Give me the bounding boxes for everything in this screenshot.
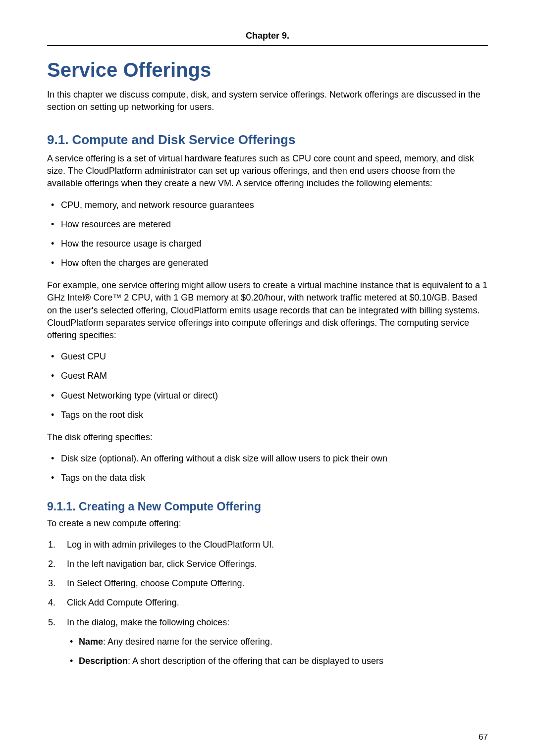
list-item: CPU, memory, and network resource guaran…	[47, 199, 488, 211]
footer-rule	[47, 730, 488, 730]
field-description-text: : A short description of the offering th…	[128, 656, 383, 666]
list-item: How the resource usage is charged	[47, 238, 488, 250]
section-9-1-p2: For example, one service offering might …	[47, 279, 488, 342]
sub-item: Description: A short description of the …	[67, 655, 488, 667]
list-item: Guest CPU	[47, 351, 488, 363]
list-item: Tags on the data disk	[47, 472, 488, 484]
step-item: Log in with admin privileges to the Clou…	[47, 539, 488, 551]
list-item: Disk size (optional). An offering withou…	[47, 453, 488, 465]
step-5-text: In the dialog, make the following choice…	[67, 617, 229, 627]
page-number: 67	[479, 731, 488, 743]
field-name-label: Name	[79, 637, 103, 647]
section-9-1-heading: 9.1. Compute and Disk Service Offerings	[47, 131, 488, 149]
list-item: How often the charges are generated	[47, 257, 488, 269]
compute-offering-list: Guest CPU Guest RAM Guest Networking typ…	[47, 351, 488, 421]
intro-paragraph: In this chapter we discuss compute, disk…	[47, 89, 488, 113]
step-item: In the left navigation bar, click Servic…	[47, 558, 488, 570]
section-9-1-1-heading: 9.1.1. Creating a New Compute Offering	[47, 499, 488, 514]
elements-list: CPU, memory, and network resource guaran…	[47, 199, 488, 270]
list-item: How resources are metered	[47, 218, 488, 231]
list-item: Tags on the root disk	[47, 409, 488, 421]
page-title: Service Offerings	[47, 56, 488, 84]
chapter-header: Chapter 9.	[47, 30, 488, 46]
section-9-1-1-p1: To create a new compute offering:	[47, 517, 488, 530]
list-item: Guest Networking type (virtual or direct…	[47, 390, 488, 402]
step-item: In the dialog, make the following choice…	[47, 616, 488, 668]
step-item: In Select Offering, choose Compute Offer…	[47, 577, 488, 590]
disk-offering-list: Disk size (optional). An offering withou…	[47, 453, 488, 484]
dialog-choices-list: Name: Any desired name for the service o…	[67, 636, 488, 667]
section-9-1-p3: The disk offering specifies:	[47, 431, 488, 444]
step-item: Click Add Compute Offering.	[47, 597, 488, 609]
section-9-1-p1: A service offering is a set of virtual h…	[47, 152, 488, 190]
field-name-text: : Any desired name for the service offer…	[103, 637, 272, 647]
sub-item: Name: Any desired name for the service o…	[67, 636, 488, 648]
steps-list: Log in with admin privileges to the Clou…	[47, 539, 488, 667]
field-description-label: Description	[79, 656, 128, 666]
list-item: Guest RAM	[47, 370, 488, 382]
